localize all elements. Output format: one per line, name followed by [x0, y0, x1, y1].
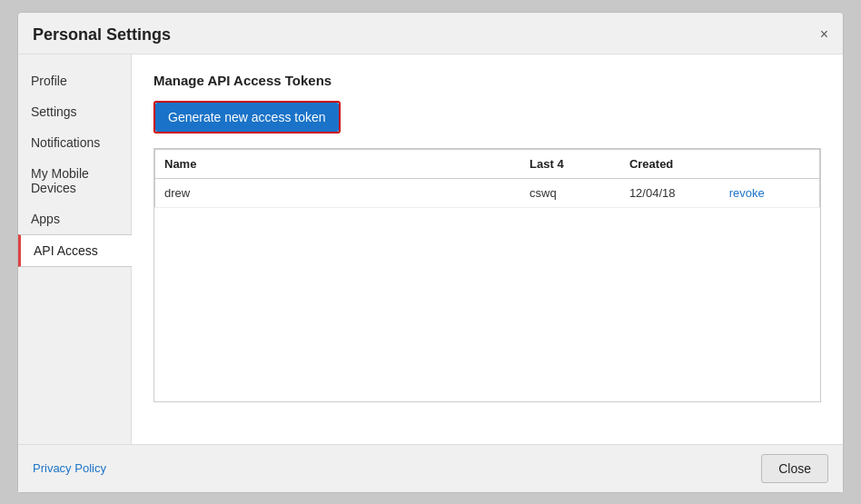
token-created: 12/04/18 [620, 178, 720, 207]
revoke-link[interactable]: revoke [729, 186, 765, 200]
sidebar-item-settings[interactable]: Settings [18, 96, 131, 127]
token-last4: cswq [520, 178, 620, 207]
col-header-action [720, 149, 820, 178]
personal-settings-dialog: Personal Settings × ProfileSettingsNotif… [17, 12, 844, 493]
token-name: drew [155, 178, 521, 207]
dialog-header: Personal Settings × [18, 13, 843, 54]
dialog-footer: Privacy Policy Close [18, 444, 843, 492]
table-row: drew cswq 12/04/18 revoke [155, 178, 820, 207]
sidebar-item-notifications[interactable]: Notifications [18, 127, 131, 158]
generate-token-button[interactable]: Generate new access token [155, 103, 339, 132]
privacy-policy-link[interactable]: Privacy Policy [33, 461, 106, 475]
sidebar-item-profile[interactable]: Profile [18, 65, 131, 96]
close-button[interactable]: Close [761, 454, 828, 483]
dialog-body: ProfileSettingsNotificationsMy Mobile De… [18, 54, 843, 444]
dialog-title: Personal Settings [33, 25, 171, 44]
token-table-container: Name Last 4 Created drew cswq 12/04/18 [153, 148, 821, 402]
table-body: drew cswq 12/04/18 revoke [155, 178, 820, 207]
sidebar: ProfileSettingsNotificationsMy Mobile De… [18, 54, 132, 444]
sidebar-item-api-access[interactable]: API Access [18, 234, 132, 267]
close-x-button[interactable]: × [820, 27, 828, 42]
sidebar-item-apps[interactable]: Apps [18, 203, 131, 234]
token-action: revoke [720, 178, 820, 207]
section-title: Manage API Access Tokens [153, 73, 821, 88]
col-header-last4: Last 4 [520, 149, 620, 178]
col-header-created: Created [620, 149, 720, 178]
sidebar-item-my-mobile-devices[interactable]: My Mobile Devices [18, 158, 131, 203]
token-table: Name Last 4 Created drew cswq 12/04/18 [154, 149, 820, 208]
col-header-name: Name [155, 149, 521, 178]
table-header: Name Last 4 Created [155, 149, 820, 178]
generate-btn-wrapper: Generate new access token [153, 101, 341, 133]
main-content: Manage API Access Tokens Generate new ac… [132, 54, 843, 444]
